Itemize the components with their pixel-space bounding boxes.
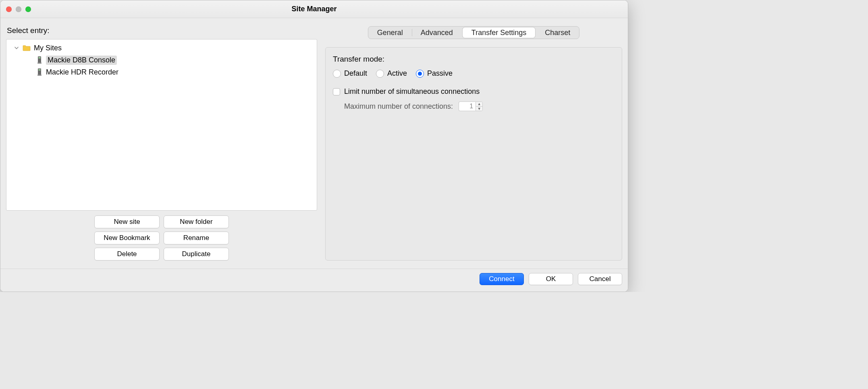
connect-button[interactable]: Connect — [480, 273, 524, 285]
radio-icon — [333, 70, 341, 78]
delete-button[interactable]: Delete — [94, 248, 160, 261]
new-folder-button[interactable]: New folder — [164, 215, 229, 228]
chevron-down-icon[interactable] — [14, 45, 19, 51]
tab-charset[interactable]: Charset — [536, 27, 579, 39]
tree-item-mackie-d8b-console[interactable]: Mackie D8B Console — [9, 54, 314, 66]
stepper-down-icon[interactable]: ▼ — [476, 107, 482, 111]
tab-general[interactable]: General — [368, 27, 412, 39]
max-connections-stepper[interactable]: ▲ ▼ — [459, 101, 483, 111]
tree-root-my-sites[interactable]: My Sites — [9, 42, 314, 54]
tab-advanced[interactable]: Advanced — [412, 27, 462, 39]
select-entry-label: Select entry: — [7, 26, 317, 35]
svg-rect-2 — [37, 62, 42, 64]
checkbox-icon[interactable] — [333, 88, 340, 95]
settings-tabbar: General Advanced Transfer Settings Chars… — [368, 26, 580, 39]
transfer-mode-label: Transfer mode: — [333, 55, 615, 64]
radio-icon — [416, 70, 424, 78]
new-site-button[interactable]: New site — [94, 215, 160, 228]
transfer-mode-passive[interactable]: Passive — [416, 69, 453, 78]
window-zoom-button[interactable] — [25, 6, 31, 12]
server-icon — [37, 56, 43, 64]
tree-item-label: Mackie HDR Recorder — [46, 68, 118, 77]
max-connections-input[interactable] — [459, 101, 476, 111]
radio-label: Passive — [427, 69, 453, 78]
site-action-buttons: New site New folder New Bookmark Rename … — [94, 215, 229, 261]
radio-label: Default — [344, 69, 367, 78]
stepper-up-icon[interactable]: ▲ — [476, 102, 482, 107]
dialog-footer: Connect OK Cancel — [0, 269, 628, 292]
tree-item-label: Mackie D8B Console — [46, 56, 117, 65]
rename-button[interactable]: Rename — [164, 232, 229, 244]
radio-label: Active — [387, 69, 407, 78]
window-close-button[interactable] — [6, 6, 12, 12]
svg-rect-4 — [39, 69, 41, 70]
left-panel: Select entry: My Sites Mackie D8B Conso — [6, 24, 317, 269]
window-title: Site Manager — [291, 5, 336, 13]
transfer-settings-panel: Transfer mode: Default Active Passive — [325, 47, 622, 261]
folder-icon — [23, 45, 31, 51]
svg-rect-1 — [39, 57, 41, 58]
radio-icon — [376, 70, 384, 78]
right-panel: General Advanced Transfer Settings Chars… — [325, 24, 622, 269]
site-manager-window: Site Manager Select entry: My Sites — [0, 0, 628, 292]
transfer-mode-radio-group: Default Active Passive — [333, 69, 615, 78]
tree-root-label: My Sites — [34, 44, 62, 52]
server-icon — [37, 68, 43, 76]
window-minimize-button[interactable] — [16, 6, 21, 12]
limit-connections-label: Limit number of simultaneous connections — [344, 87, 480, 96]
traffic-lights — [6, 6, 31, 12]
titlebar: Site Manager — [0, 0, 628, 18]
svg-rect-5 — [37, 74, 42, 76]
limit-connections-checkbox-row[interactable]: Limit number of simultaneous connections — [333, 87, 615, 96]
max-connections-label: Maximum number of connections: — [344, 102, 453, 111]
ok-button[interactable]: OK — [529, 273, 573, 285]
transfer-mode-default[interactable]: Default — [333, 69, 367, 78]
cancel-button[interactable]: Cancel — [578, 273, 622, 285]
duplicate-button[interactable]: Duplicate — [164, 248, 229, 261]
max-connections-row: Maximum number of connections: ▲ ▼ — [344, 101, 615, 111]
tree-item-mackie-hdr-recorder[interactable]: Mackie HDR Recorder — [9, 66, 314, 78]
new-bookmark-button[interactable]: New Bookmark — [94, 232, 160, 244]
transfer-mode-active[interactable]: Active — [376, 69, 407, 78]
stepper-buttons: ▲ ▼ — [476, 101, 483, 111]
site-tree[interactable]: My Sites Mackie D8B Console Mackie HDR R… — [6, 39, 317, 211]
tab-transfer-settings[interactable]: Transfer Settings — [463, 27, 535, 38]
